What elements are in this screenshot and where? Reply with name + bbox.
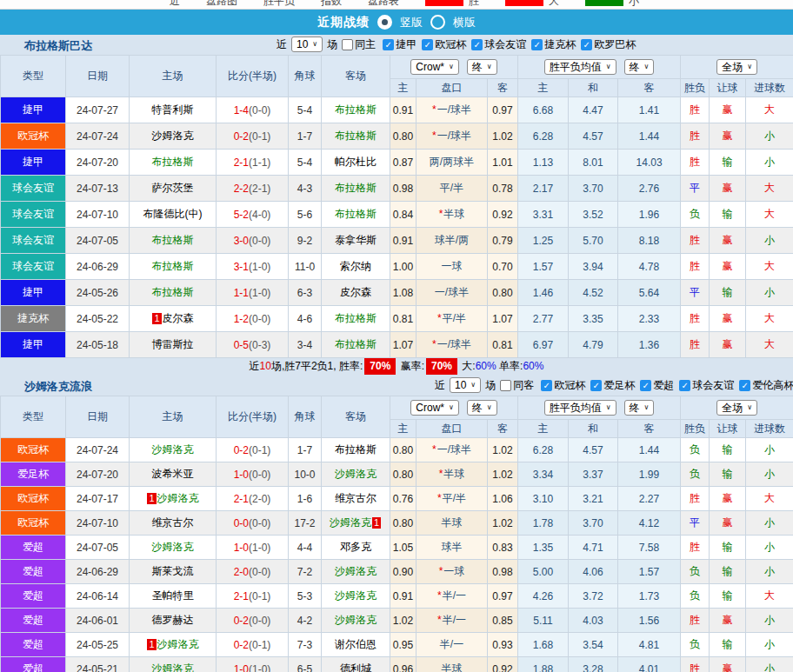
avg-away-odds: 1.36 [618, 332, 681, 358]
final-odds-select-2[interactable]: 终∨ [624, 400, 655, 416]
corner-count: 1-7 [289, 438, 322, 462]
same-venue-filter[interactable]: 同客 [500, 378, 534, 393]
half-time-score: (0-0) [249, 566, 270, 578]
column-header-handicap: 盘口 [416, 79, 488, 97]
chevron-down-icon: ∨ [606, 404, 611, 411]
avg-away-odds: 4.01 [618, 657, 681, 672]
match-date: 24-07-13 [66, 176, 130, 202]
corner-count: 5-4 [289, 97, 322, 123]
games-label: 场 [485, 378, 496, 393]
league-filter[interactable]: ✓欧冠杯 [422, 37, 466, 52]
league-filter[interactable]: ✓捷甲 [383, 37, 416, 52]
avg-odds-value: 胜平负均值 [550, 61, 602, 73]
full-time-score: 1-4 [234, 104, 249, 116]
handicap-line-cell: *半/一 [416, 609, 488, 633]
column-header-result: 胜负 [681, 420, 710, 438]
odds-company-select[interactable]: Crow*∨ [410, 59, 459, 75]
scope-value: 全场 [722, 61, 743, 73]
half-time-score: (2-1) [249, 183, 270, 195]
corner-count: 3-4 [289, 332, 322, 358]
crow-away-odds: 0.83 [488, 536, 518, 560]
match-row: 捷甲24-05-26布拉格斯1-1(1-0)6-3皮尔森1.08一/球半0.80… [1, 280, 793, 306]
handicap-line-cell: 半/一 [416, 633, 488, 657]
portrait-radio-label[interactable]: 竖版 [400, 15, 423, 30]
checkbox-checked-icon[interactable]: ✓ [590, 380, 602, 391]
handicap-result: 赢 [710, 487, 746, 511]
final-odds-value: 终 [472, 61, 483, 73]
scope-select[interactable]: 全场∨ [716, 59, 757, 75]
crow-away-odds: 0.92 [488, 202, 518, 228]
handicap-result: 输 [710, 560, 746, 584]
league-filter[interactable]: ✓欧冠杯 [541, 378, 585, 393]
odds-company-value: Crow* [416, 61, 444, 73]
recent-count-select[interactable]: 10∨ [291, 37, 323, 52]
crow-away-odds: 1.06 [488, 487, 518, 511]
checkbox-checked-icon[interactable]: ✓ [739, 380, 750, 391]
match-result: 胜 [681, 332, 710, 358]
avg-away-odds: 2.76 [618, 176, 681, 202]
handicap-line-cell: 半球 [416, 511, 488, 536]
crow-home-odds: 0.81 [390, 306, 416, 332]
away-team-cell: 德利城 [322, 657, 390, 672]
match-score-cell: 1-0(1-0) [217, 536, 289, 560]
checkbox-unchecked-icon[interactable] [342, 39, 353, 50]
league-filter[interactable]: ✓捷克杯 [531, 37, 576, 52]
red-card-badge: 1 [147, 639, 156, 650]
scope-select[interactable]: 全场∨ [716, 400, 757, 416]
checkbox-checked-icon[interactable]: ✓ [541, 380, 552, 391]
full-time-score: 2-0 [234, 566, 249, 578]
half-time-score: (0-1) [249, 590, 270, 602]
match-row: 捷甲24-07-27特普利斯1-4(0-0)5-4布拉格斯0.91*一/球半0.… [1, 97, 793, 123]
checkbox-checked-icon[interactable]: ✓ [531, 39, 543, 50]
radio-landscape-icon[interactable] [430, 15, 445, 30]
radio-portrait-icon[interactable] [377, 15, 392, 30]
away-team-cell: 帕尔杜比 [322, 150, 390, 176]
landscape-radio-label[interactable]: 横版 [453, 15, 476, 30]
star-mark: * [439, 208, 443, 220]
checkbox-checked-icon[interactable]: ✓ [422, 39, 433, 50]
league-filter[interactable]: ✓爱足杯 [590, 378, 635, 393]
checkbox-checked-icon[interactable]: ✓ [679, 380, 690, 391]
league-filter[interactable]: ✓欧罗巴杯 [581, 37, 636, 52]
avg-away-odds: 4.78 [618, 254, 681, 280]
team-name: 布拉格斯 [335, 208, 377, 220]
handicap-line: 半球 [443, 208, 464, 220]
checkbox-checked-icon[interactable]: ✓ [383, 39, 394, 50]
league-filter[interactable]: ✓球会友谊 [679, 378, 734, 393]
top-bar-label: 胜 [469, 0, 479, 9]
crow-home-odds: 0.80 [390, 462, 416, 487]
home-team-cell: 维京古尔 [130, 511, 217, 536]
final-odds-select[interactable]: 终∨ [467, 400, 497, 416]
checkbox-unchecked-icon[interactable] [500, 380, 511, 391]
recent-count-select[interactable]: 10∨ [450, 377, 481, 393]
top-bar-item: 小 [585, 0, 639, 9]
final-odds-select[interactable]: 终∨ [467, 59, 497, 75]
crow-away-odds: 1.02 [488, 123, 518, 150]
corner-count: 4-4 [289, 536, 322, 560]
final-odds-select-2[interactable]: 终∨ [624, 59, 655, 75]
checkbox-checked-icon[interactable]: ✓ [640, 380, 651, 391]
match-score-cell: 2-1(1-1) [217, 150, 289, 176]
crow-away-odds: 0.78 [488, 176, 518, 202]
avg-odds-select[interactable]: 胜平负均值∨ [544, 59, 616, 75]
avg-odds-select[interactable]: 胜平负均值∨ [544, 400, 616, 416]
star-mark: * [437, 614, 442, 626]
odds-company-select[interactable]: Crow*∨ [410, 400, 459, 416]
same-venue-filter[interactable]: 同主 [342, 37, 376, 52]
league-filter[interactable]: ✓爱伦高杯 [739, 378, 793, 393]
handicap-line-cell: *半/一 [416, 584, 488, 609]
team-name: 布拉格斯 [152, 286, 194, 298]
league-filter[interactable]: ✓爱超 [640, 378, 674, 393]
team-name: 沙姆洛克 [330, 516, 371, 529]
avg-away-odds: 4.12 [618, 511, 681, 536]
match-score-cell: 5-2(4-0) [217, 202, 289, 228]
league-filter[interactable]: ✓球会友谊 [471, 37, 526, 52]
checkbox-checked-icon[interactable]: ✓ [581, 39, 592, 50]
match-date: 24-05-25 [66, 633, 130, 657]
corner-count: 4-6 [289, 306, 322, 332]
match-score-cell: 0-2(0-0) [217, 609, 289, 633]
handicap-line: 两/两球半 [430, 156, 474, 168]
checkbox-checked-icon[interactable]: ✓ [471, 39, 483, 50]
match-score-cell: 2-1(0-1) [217, 584, 289, 609]
match-row: 爱超24-07-05沙姆洛克1-0(1-0)4-4邓多克1.05球半0.831.… [1, 536, 793, 560]
